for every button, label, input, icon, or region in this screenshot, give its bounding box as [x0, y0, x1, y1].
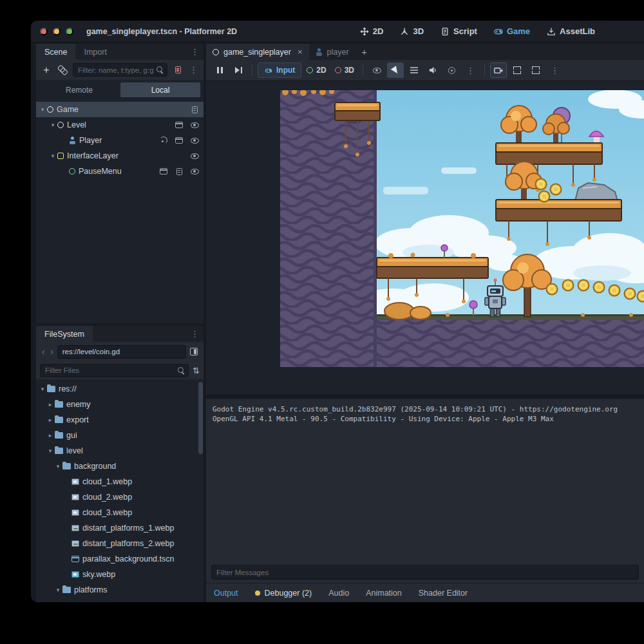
scene-tree-menu-button[interactable]: ⋮ — [188, 65, 199, 75]
local-tab[interactable]: Local — [120, 82, 200, 97]
tab-scene[interactable]: Scene — [36, 44, 75, 60]
zoom-window-button[interactable] — [66, 28, 73, 35]
file-item-level[interactable]: ▾ level — [36, 443, 204, 459]
collapse-arrow-icon[interactable]: ▾ — [48, 153, 57, 159]
file-item-label: cloud_1.webp — [82, 477, 132, 486]
camera-override-button[interactable] — [443, 62, 460, 78]
collapse-arrow-icon[interactable]: ▾ — [53, 463, 62, 469]
scene-tree-item-interfacelayer[interactable]: ▾ InterfaceLayer — [36, 148, 204, 164]
toggle-split-mode-button[interactable] — [188, 345, 200, 358]
workspace-game-button[interactable]: Game — [494, 26, 530, 36]
open-script-button[interactable] — [173, 165, 185, 178]
tab-import[interactable]: Import — [75, 44, 115, 60]
game-menu-button[interactable]: ⋮ — [462, 66, 479, 75]
file-item-background[interactable]: ▾ background — [36, 459, 204, 474]
scene-filter-input[interactable] — [73, 63, 167, 77]
nav-forward-button[interactable]: › — [48, 346, 55, 357]
filesystem-menu-button[interactable]: ⋮ — [186, 326, 204, 342]
fullscreen-button[interactable] — [527, 62, 544, 78]
tab-output[interactable]: Output — [214, 589, 238, 598]
file-item-cloud1[interactable]: cloud_1.webp — [36, 474, 204, 489]
visibility-toggle-button[interactable] — [189, 149, 200, 162]
tab-debugger-label: Debugger (2) — [265, 589, 312, 598]
collapse-arrow-icon[interactable]: ▾ — [48, 122, 57, 128]
current-path-input[interactable] — [57, 345, 186, 359]
tab-audio[interactable]: Audio — [328, 589, 349, 598]
input-toggle-button[interactable]: Input — [258, 62, 301, 78]
file-item-res-root[interactable]: ▾ res:// — [36, 381, 204, 397]
signal-button[interactable] — [158, 134, 169, 147]
scene-instance-button[interactable] — [173, 118, 185, 131]
scene-tree-item-level[interactable]: ▾ Level — [36, 117, 204, 133]
expand-icon — [532, 66, 540, 74]
scene-instance-button[interactable] — [158, 165, 169, 178]
expand-arrow-icon[interactable]: ▸ — [46, 417, 55, 423]
collapse-arrow-icon[interactable]: ▾ — [53, 587, 62, 593]
file-item-platforms[interactable]: ▾ platforms — [36, 582, 204, 598]
visibility-toggle-button[interactable] — [189, 118, 200, 131]
visibility-options-button[interactable] — [368, 62, 385, 78]
tab-filesystem[interactable]: FileSystem — [36, 326, 93, 342]
audio-mute-button[interactable] — [424, 62, 441, 78]
game-viewport — [206, 81, 644, 394]
file-item-enemy[interactable]: ▸ enemy — [36, 397, 204, 412]
visibility-toggle-button[interactable] — [189, 134, 200, 147]
workspace-assetlib-button[interactable]: AssetLib — [547, 26, 595, 36]
game-viewport-render[interactable] — [280, 90, 644, 367]
embed-options-menu-button[interactable]: ⋮ — [546, 66, 564, 75]
file-item-distant-platforms1[interactable]: distant_platforms_1.webp — [36, 520, 204, 536]
collapse-arrow-icon[interactable]: ▾ — [46, 448, 55, 454]
embed-game-button[interactable] — [490, 62, 507, 78]
new-scene-tab-button[interactable]: + — [355, 44, 374, 60]
node-icon — [57, 122, 64, 128]
file-item-sky[interactable]: sky.webp — [36, 567, 204, 582]
file-sort-button[interactable]: ⇅ — [193, 366, 200, 375]
workspace-script-button[interactable]: Script — [440, 26, 477, 36]
tab-debugger[interactable]: Debugger (2) — [255, 589, 312, 598]
file-item-export[interactable]: ▸ export — [36, 412, 204, 428]
collapse-arrow-icon[interactable]: ▾ — [38, 386, 47, 392]
scene-dock-menu-button[interactable]: ⋮ — [186, 44, 204, 60]
node-list-button[interactable] — [406, 62, 422, 78]
file-item-parallax-background[interactable]: parallax_background.tscn — [36, 551, 204, 567]
scene-tree-item-game[interactable]: ▾ Game — [36, 102, 204, 117]
file-item-label: cloud_3.webp — [82, 508, 132, 517]
scene-tree-item-pausemenu[interactable]: PauseMenu — [36, 164, 204, 179]
tab-animation[interactable]: Animation — [366, 589, 402, 598]
camera-2d-button[interactable]: 2D — [303, 62, 329, 78]
file-filter-input[interactable] — [40, 364, 189, 377]
workspace-3d-button[interactable]: 3D — [400, 26, 424, 36]
filesystem-scrollbar[interactable] — [198, 382, 203, 454]
select-mode-button[interactable] — [387, 62, 404, 78]
next-frame-button[interactable] — [230, 62, 247, 78]
expand-arrow-icon[interactable]: ▸ — [46, 401, 55, 408]
minimize-window-button[interactable] — [53, 28, 61, 35]
file-item-cloud2[interactable]: cloud_2.webp — [36, 489, 204, 505]
visibility-toggle-button[interactable] — [189, 165, 200, 178]
scene-tab-player[interactable]: player — [309, 44, 355, 60]
file-item-cloud3[interactable]: cloud_3.webp — [36, 505, 204, 520]
file-item-distant-platforms2[interactable]: distant_platforms_2.webp — [36, 536, 204, 551]
collapse-arrow-icon[interactable]: ▾ — [38, 106, 47, 113]
keep-aspect-button[interactable] — [509, 62, 526, 78]
scene-tree-item-player[interactable]: Player — [36, 133, 204, 148]
tab-shader-editor[interactable]: Shader Editor — [419, 589, 468, 598]
camera-2d-label: 2D — [316, 66, 326, 75]
close-window-button[interactable] — [40, 28, 48, 35]
remote-tab[interactable]: Remote — [39, 82, 119, 97]
expand-arrow-icon[interactable]: ▸ — [46, 432, 55, 439]
separator — [484, 64, 485, 76]
nav-back-button[interactable]: ‹ — [40, 346, 46, 357]
filter-messages-input[interactable] — [211, 565, 639, 580]
pause-game-button[interactable] — [211, 62, 228, 78]
instance-scene-button[interactable] — [57, 64, 68, 77]
camera-3d-button[interactable]: 3D — [332, 62, 357, 78]
attach-script-button[interactable] — [172, 64, 184, 77]
open-script-button[interactable] — [189, 103, 200, 116]
scene-instance-button[interactable] — [173, 134, 185, 147]
workspace-2d-button[interactable]: 2D — [360, 26, 384, 36]
scene-tab-game-singleplayer[interactable]: game_singleplayer × — [206, 44, 309, 60]
file-item-gui[interactable]: ▸ gui — [36, 428, 204, 443]
add-node-button[interactable]: + — [41, 64, 52, 77]
close-tab-icon[interactable]: × — [298, 47, 303, 57]
